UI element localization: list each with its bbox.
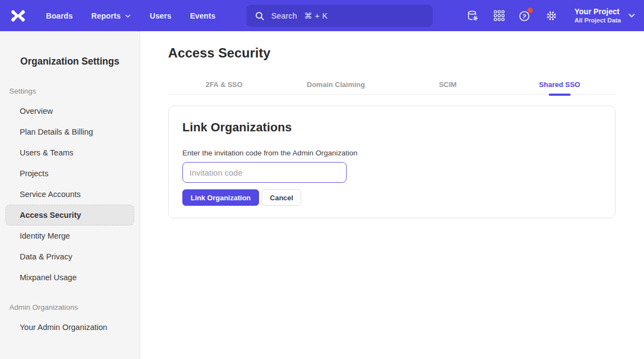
primary-nav: Boards Reports Users Events: [37, 0, 225, 31]
data-management-button[interactable]: [466, 9, 479, 22]
nav-item-label: Users: [150, 11, 171, 20]
page-layout: Organization Settings Settings Overview …: [0, 31, 644, 359]
search-icon: [254, 10, 265, 21]
page-title: Access Security: [168, 45, 644, 61]
nav-item-boards[interactable]: Boards: [37, 0, 82, 31]
sidebar-item-data-privacy[interactable]: Data & Privacy: [5, 246, 134, 267]
tab-shared-sso[interactable]: Shared SSO: [504, 75, 616, 94]
sidebar-item-identity-merge[interactable]: Identity Merge: [5, 225, 134, 246]
app-window: Boards Reports Users Events Search ⌘ + K: [0, 0, 644, 359]
help-button[interactable]: ?: [519, 9, 532, 22]
sidebar-title: Organization Settings: [0, 55, 140, 67]
sidebar-item-access-security[interactable]: Access Security: [5, 205, 134, 225]
tab-scim[interactable]: SCIM: [392, 75, 504, 94]
settings-gear-icon: [545, 9, 558, 22]
tab-2fa-sso[interactable]: 2FA & SSO: [168, 75, 280, 94]
link-organizations-card: Link Organizations Enter the invitation …: [168, 106, 616, 218]
access-security-tabs: 2FA & SSO Domain Claiming SCIM Shared SS…: [168, 75, 616, 95]
invitation-code-input[interactable]: [182, 162, 347, 183]
sidebar-item-service-accounts[interactable]: Service Accounts: [5, 184, 134, 205]
invitation-code-label: Enter the invitation code from the Admin…: [182, 149, 601, 158]
sidebar-settings-list: Overview Plan Details & Billing Users & …: [0, 101, 140, 288]
nav-item-label: Reports: [91, 11, 121, 20]
project-switcher-texts: Your Project All Project Data: [574, 7, 621, 25]
main-content: Access Security 2FA & SSO Domain Claimin…: [140, 31, 644, 359]
link-organization-button[interactable]: Link Organization: [182, 189, 259, 206]
nav-item-label: Events: [190, 11, 216, 20]
tab-domain-claiming[interactable]: Domain Claiming: [280, 75, 392, 94]
chevron-down-icon: [125, 14, 131, 18]
apps-grid-button[interactable]: [492, 9, 505, 22]
nav-item-events[interactable]: Events: [181, 0, 225, 31]
cancel-button[interactable]: Cancel: [262, 189, 302, 206]
sidebar-section-admin-organizations: Admin Organizations: [0, 303, 140, 312]
sidebar-item-users-teams[interactable]: Users & Teams: [5, 142, 134, 163]
mixpanel-logo-icon[interactable]: [10, 9, 26, 22]
sidebar-item-overview[interactable]: Overview: [5, 101, 134, 121]
card-title: Link Organizations: [182, 120, 601, 135]
chevron-down-icon: [628, 13, 635, 18]
card-button-row: Link Organization Cancel: [182, 189, 601, 206]
search-placeholder: Search: [271, 11, 297, 20]
sidebar-admin-list: Your Admin Organization: [0, 317, 140, 338]
nav-item-label: Boards: [46, 11, 73, 20]
apps-grid-icon: [493, 9, 505, 22]
sidebar-item-mixpanel-usage[interactable]: Mixpanel Usage: [5, 267, 134, 288]
project-name: Your Project: [574, 7, 619, 17]
project-switcher[interactable]: Your Project All Project Data: [574, 7, 635, 25]
nav-item-reports[interactable]: Reports: [82, 0, 141, 31]
search-input[interactable]: Search ⌘ + K: [246, 5, 433, 27]
sidebar-item-plan-details-billing[interactable]: Plan Details & Billing: [5, 121, 134, 142]
notification-dot: [527, 8, 533, 13]
sidebar-item-your-admin-organization[interactable]: Your Admin Organization: [5, 317, 134, 338]
settings-sidebar: Organization Settings Settings Overview …: [0, 31, 140, 359]
top-navbar: Boards Reports Users Events Search ⌘ + K: [0, 0, 644, 31]
navbar-actions: ? Your Project All Project Data: [466, 7, 635, 25]
settings-button[interactable]: [545, 9, 558, 22]
sidebar-section-settings: Settings: [0, 87, 140, 96]
data-management-icon: [466, 9, 479, 22]
nav-item-users[interactable]: Users: [140, 0, 180, 31]
project-scope: All Project Data: [574, 16, 621, 24]
sidebar-item-projects[interactable]: Projects: [5, 163, 134, 184]
search-shortcut: ⌘ + K: [304, 11, 328, 20]
